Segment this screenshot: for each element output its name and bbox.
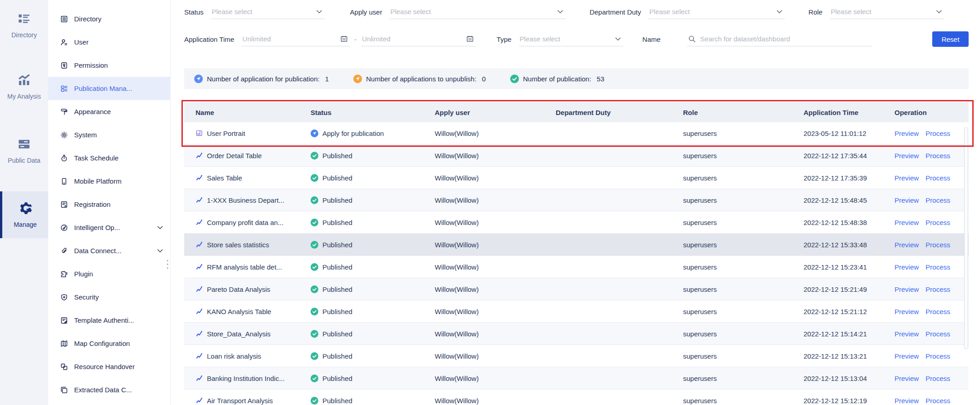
process-link[interactable]: Process xyxy=(925,352,950,360)
vertical-scrollbar-thumb[interactable] xyxy=(964,127,968,349)
status-cell: Published xyxy=(299,196,423,204)
sidebar-item[interactable]: Plugin xyxy=(48,262,170,285)
sidebar-item[interactable]: Task Schedule xyxy=(48,146,170,170)
table-row[interactable]: Pareto Data Analysis Published Willow(Wi… xyxy=(184,278,969,300)
name-cell: RFM analysis table det... xyxy=(184,263,299,271)
sidebar-item[interactable]: Registration xyxy=(48,193,170,216)
preview-link[interactable]: Preview xyxy=(895,285,919,293)
process-link[interactable]: Process xyxy=(925,308,950,315)
type-filter-label: Type xyxy=(497,35,512,43)
line-chart-icon xyxy=(196,219,203,226)
table-row[interactable]: User Portrait Apply for publication Will… xyxy=(184,122,969,145)
table-row[interactable]: Company profit data an... Published Will… xyxy=(184,211,969,234)
apply-user-select-placeholder: Please select xyxy=(390,8,431,15)
process-link[interactable]: Process xyxy=(925,375,950,382)
sidebar-item[interactable]: Security xyxy=(48,285,170,309)
stat-item: Number of publication: 53 xyxy=(510,75,604,83)
intelligent-operations-icon xyxy=(60,224,68,232)
process-link[interactable]: Process xyxy=(925,196,950,204)
rail-item-label: Public Data xyxy=(8,157,40,164)
sidebar-item[interactable]: Permission xyxy=(48,54,170,77)
process-link[interactable]: Process xyxy=(925,330,950,338)
dataset-name: Company profit data an... xyxy=(207,219,283,226)
process-link[interactable]: Process xyxy=(925,219,950,226)
sidebar-item[interactable]: Intelligent Op... xyxy=(48,216,170,239)
name-search-input[interactable] xyxy=(700,35,870,43)
table-row[interactable]: Banking Institution Indic... Published W… xyxy=(184,367,969,390)
published-icon xyxy=(311,397,318,405)
system-icon xyxy=(60,131,68,139)
preview-link[interactable]: Preview xyxy=(895,397,919,405)
table-row[interactable]: Order Detail Table Published Willow(Will… xyxy=(184,145,969,167)
table-row[interactable]: Store_Data_Analysis Published Willow(Wil… xyxy=(184,323,969,345)
preview-link[interactable]: Preview xyxy=(895,352,919,360)
stat-label: Number of application for publication: xyxy=(207,75,320,83)
status-label: Published xyxy=(322,196,352,204)
application-time-cell: 2022-12-12 15:21:49 xyxy=(792,285,883,293)
line-chart-icon xyxy=(196,152,203,159)
process-link[interactable]: Process xyxy=(925,152,950,160)
sidebar-item[interactable]: System xyxy=(48,123,170,146)
stat-label: Number of applications to unpublish: xyxy=(366,75,477,83)
reset-button[interactable]: Reset xyxy=(932,31,969,47)
rail-item[interactable]: Directory xyxy=(0,6,48,44)
table-row[interactable]: Air Transport Analysis Published Willow(… xyxy=(184,390,969,405)
stat-label: Number of publication: xyxy=(523,75,591,83)
preview-link[interactable]: Preview xyxy=(895,130,919,137)
apply-user-cell: Willow(Willow) xyxy=(423,152,544,160)
status-filter: Status Please select xyxy=(184,5,325,19)
application-time-start-input[interactable]: Unlimited xyxy=(241,32,350,46)
filter-row-2: Application Time Unlimited - Unlimited T… xyxy=(184,31,969,47)
sidebar-item[interactable]: Directory xyxy=(48,7,170,30)
process-link[interactable]: Process xyxy=(925,397,950,405)
sidebar-item-label: System xyxy=(74,131,97,139)
publication-management-icon xyxy=(60,85,68,93)
status-cell: Apply for publication xyxy=(299,130,423,137)
type-select[interactable]: Please select xyxy=(519,32,623,46)
process-link[interactable]: Process xyxy=(925,130,950,137)
rail-item[interactable]: My Analysis xyxy=(0,68,48,105)
sidebar-item-label: Directory xyxy=(74,15,101,23)
preview-link[interactable]: Preview xyxy=(895,174,919,182)
operation-cell: Preview Process xyxy=(883,375,969,382)
process-link[interactable]: Process xyxy=(925,263,950,271)
sidebar-item[interactable]: Appearance xyxy=(48,100,170,123)
table-row[interactable]: KANO Analysis Table Published Willow(Wil… xyxy=(184,300,969,323)
process-link[interactable]: Process xyxy=(925,241,950,249)
preview-link[interactable]: Preview xyxy=(895,196,919,204)
table-row[interactable]: 1-XXX Business Depart... Published Willo… xyxy=(184,189,969,211)
preview-link[interactable]: Preview xyxy=(895,241,919,249)
sidebar-item[interactable]: Template Authenti... xyxy=(48,309,170,332)
rail-item[interactable]: Manage xyxy=(0,191,48,238)
table-row[interactable]: Loan risk analysis Published Willow(Will… xyxy=(184,345,969,367)
sidebar-item[interactable]: Data Connect... xyxy=(48,239,170,262)
table-row[interactable]: Store sales statistics Published Willow(… xyxy=(184,234,969,256)
preview-link[interactable]: Preview xyxy=(895,308,919,315)
preview-link[interactable]: Preview xyxy=(895,219,919,226)
sidebar-item[interactable]: Extracted Data C... xyxy=(48,378,170,401)
department-duty-select[interactable]: Please select xyxy=(648,5,785,19)
sidebar-item[interactable]: Mobile Platform xyxy=(48,170,170,193)
status-select[interactable]: Please select xyxy=(211,5,325,19)
published-icon xyxy=(311,174,318,182)
dataset-name: User Portrait xyxy=(207,130,245,137)
table-row[interactable]: Sales Table Published Willow(Willow) sup… xyxy=(184,167,969,189)
table-row[interactable]: RFM analysis table det... Published Will… xyxy=(184,256,969,278)
application-time-end-input[interactable]: Unlimited xyxy=(361,32,476,46)
role-select[interactable]: Please select xyxy=(830,5,945,19)
sidebar-item[interactable]: Resource Handover xyxy=(48,355,170,378)
apply-user-select[interactable]: Please select xyxy=(389,5,566,19)
rail-item[interactable]: Public Data xyxy=(0,132,48,170)
sidebar-item[interactable]: Map Configuration xyxy=(48,332,170,355)
line-chart-icon xyxy=(196,308,203,315)
preview-link[interactable]: Preview xyxy=(895,263,919,271)
sidebar-item[interactable]: User xyxy=(48,30,170,54)
preview-link[interactable]: Preview xyxy=(895,375,919,382)
preview-link[interactable]: Preview xyxy=(895,152,919,160)
preview-link[interactable]: Preview xyxy=(895,330,919,338)
sidebar-item[interactable]: Publication Mana... xyxy=(48,77,170,100)
process-link[interactable]: Process xyxy=(925,285,950,293)
department-duty-select-placeholder: Please select xyxy=(649,8,690,15)
process-link[interactable]: Process xyxy=(925,174,950,182)
operation-cell: Preview Process xyxy=(883,174,969,182)
